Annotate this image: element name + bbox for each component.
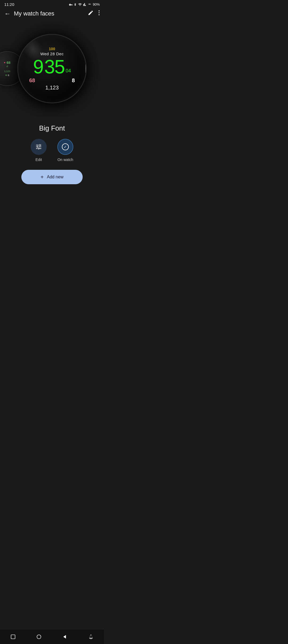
edit-label: Edit <box>35 158 42 162</box>
status-bar: 11:20 90% <box>0 0 104 8</box>
wifi-icon <box>78 3 82 6</box>
edit-icon[interactable] <box>88 10 94 17</box>
watch-main[interactable]: 100 Wed 28 Dec 9 35 04 68 8 1,123 <box>17 34 87 103</box>
on-watch-icon-circle: ✓ <box>57 139 73 155</box>
sliders-icon <box>35 143 42 150</box>
nav-right <box>88 10 100 17</box>
watch-time-row: 9 35 04 <box>33 57 71 76</box>
svg-point-1 <box>99 12 100 13</box>
watch-date: Wed 28 Dec <box>40 52 63 56</box>
secondary-wave-val: 8 <box>8 74 9 77</box>
top-nav: ← My watch faces <box>0 8 104 21</box>
more-options-icon[interactable] <box>98 10 100 17</box>
add-new-label: Add new <box>47 175 63 179</box>
svg-point-2 <box>99 14 100 15</box>
watch-steps-bottom: 1,123 <box>45 85 59 91</box>
watch-heart-rate: 68 <box>29 77 35 84</box>
action-buttons: Edit ✓ On watch <box>0 139 104 162</box>
secondary-wave-icon: ≋ <box>5 74 7 77</box>
on-watch-button[interactable]: ✓ On watch <box>57 139 73 162</box>
nav-left: ← My watch faces <box>4 10 54 17</box>
watch-secondary-content: ♥ 68 ↺ 1,123 ≋ 8 <box>2 59 12 78</box>
secondary-steps-icon: ↺ <box>6 65 8 68</box>
watch-battery: 8 <box>72 77 75 84</box>
watch-minutes: 35 <box>44 57 65 76</box>
signal2-icon <box>88 3 91 6</box>
page-title: My watch faces <box>14 10 54 17</box>
on-watch-label: On watch <box>57 158 73 162</box>
status-time: 11:20 <box>4 2 14 7</box>
signal-icon <box>83 3 87 6</box>
checkmark-icon: ✓ <box>62 143 69 150</box>
back-button[interactable]: ← <box>4 10 11 17</box>
add-new-button[interactable]: + Add new <box>21 170 83 184</box>
edit-icon-circle <box>31 139 47 155</box>
watch-hours: 9 <box>33 57 43 76</box>
carousel-area: ♥ 68 ↺ 1,123 ≋ 8 100 Wed 28 Dec 9 35 04 <box>0 21 104 117</box>
watch-face-content: 100 Wed 28 Dec 9 35 04 68 8 1,123 <box>18 35 86 103</box>
secondary-heart-icon: ♥ <box>4 61 6 64</box>
status-icons: 90% <box>69 2 100 6</box>
watch-middle-row: 68 8 <box>29 77 75 84</box>
secondary-steps: 1,123 <box>4 70 10 73</box>
add-icon: + <box>41 174 44 180</box>
battery-level: 90% <box>93 2 100 6</box>
watch-steps-top: 100 <box>49 47 55 51</box>
secondary-heart-rate: 68 <box>7 61 10 65</box>
watch-seconds: 04 <box>66 68 71 74</box>
bluetooth-icon <box>74 3 77 6</box>
watch-face-name: Big Font <box>0 124 104 132</box>
key-icon <box>69 3 73 6</box>
edit-button[interactable]: Edit <box>31 139 47 162</box>
svg-point-0 <box>99 10 100 11</box>
